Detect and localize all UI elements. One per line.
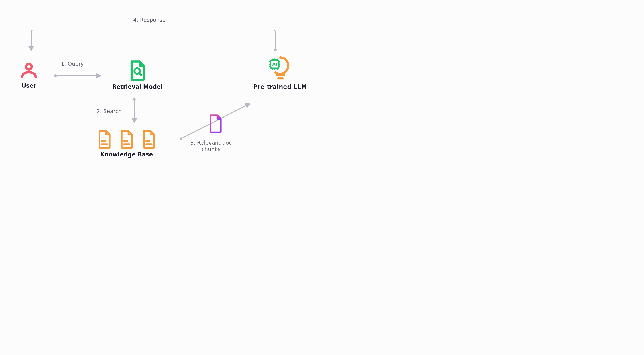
svg-point-11 [26,64,32,70]
node-user: User [20,61,38,89]
document-icon [96,130,112,149]
label-response: 4. Response [133,17,166,23]
label-query: 1. Query [61,60,84,67]
document-icon [141,130,156,149]
label-search: 2. Search [96,108,122,114]
document-icon [119,130,134,149]
rag-architecture-diagram: 4. Response 1. Query 2. Search 3. Releva… [0,0,322,177]
doc-chunk [208,114,223,134]
user-icon [20,61,38,80]
node-retrieval: Retrieval Model [112,60,162,90]
node-llm-label: Pre-trained LLM [253,83,307,90]
node-kb-label: Knowledge Base [100,151,153,158]
node-user-label: User [22,82,36,89]
node-knowledge-base: Knowledge Base [96,130,156,158]
label-chunks: 3. Relevant docchunks [190,140,232,152]
search-document-icon [128,60,148,81]
ai-lightbulb-icon: AI [268,54,292,81]
svg-marker-10 [245,101,252,108]
document-chunk-icon [208,114,223,134]
node-retrieval-label: Retrieval Model [112,83,162,90]
svg-line-13 [139,73,141,75]
svg-text:AI: AI [272,62,277,67]
node-llm: AI Pre-trained LLM [253,54,307,90]
